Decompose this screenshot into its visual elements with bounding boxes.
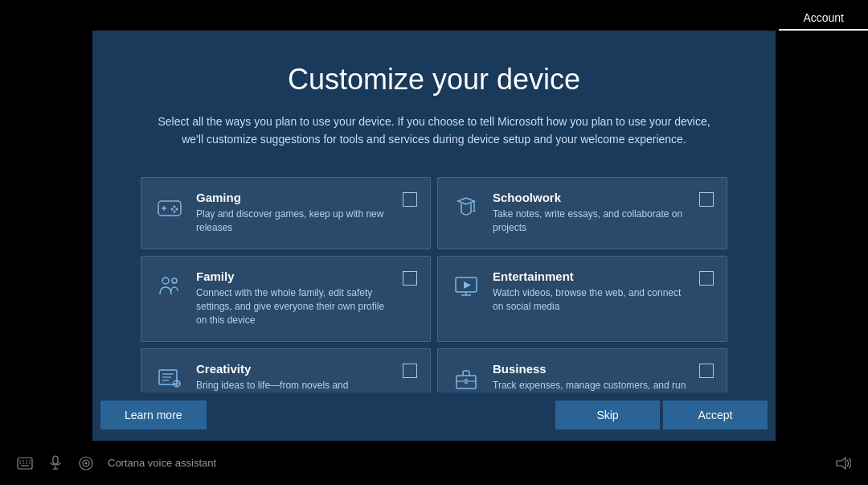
learn-more-button[interactable]: Learn more: [100, 401, 207, 430]
bottom-bar: Cortana voice assistant: [0, 441, 868, 485]
card-schoolwork-title: Schoolwork: [493, 191, 691, 204]
card-creativity-checkbox[interactable]: [403, 364, 417, 378]
card-gaming-desc: Play and discover games, keep up with ne…: [196, 208, 395, 236]
bottom-bar-right: [834, 454, 852, 472]
card-family[interactable]: Family Connect with the whole family, ed…: [141, 256, 431, 342]
schoolwork-icon: [451, 192, 481, 223]
card-creativity-title: Creativity: [196, 362, 395, 376]
svg-rect-23: [457, 376, 476, 388]
page-subtitle: Select all the ways you plan to use your…: [153, 113, 715, 149]
microphone-icon[interactable]: [47, 454, 64, 472]
card-schoolwork-desc: Take notes, write essays, and collaborat…: [493, 208, 691, 236]
svg-point-10: [172, 278, 177, 283]
card-entertainment-content: Entertainment Watch videos, browse the w…: [493, 269, 691, 314]
card-gaming-checkbox[interactable]: [403, 192, 417, 207]
creativity-icon: [154, 364, 185, 394]
card-family-content: Family Connect with the whole family, ed…: [196, 269, 395, 328]
svg-marker-15: [464, 282, 471, 289]
gaming-icon: [154, 192, 185, 223]
main-panel: Customize your device Select all the way…: [92, 31, 776, 441]
svg-point-5: [171, 208, 174, 210]
card-schoolwork-content: Schoolwork Take notes, write essays, and…: [493, 191, 691, 236]
top-bar: Account: [0, 0, 868, 31]
svg-marker-43: [837, 458, 845, 469]
card-schoolwork-checkbox[interactable]: [699, 192, 714, 207]
skip-button[interactable]: Skip: [555, 401, 660, 430]
card-business-checkbox[interactable]: [699, 364, 714, 378]
svg-point-8: [473, 209, 476, 212]
card-entertainment-title: Entertainment: [493, 269, 691, 283]
card-family-desc: Connect with the whole family, edit safe…: [196, 286, 395, 328]
card-gaming-content: Gaming Play and discover games, keep up …: [196, 191, 395, 236]
svg-point-9: [162, 277, 169, 284]
svg-point-4: [176, 208, 178, 210]
card-entertainment[interactable]: Entertainment Watch videos, browse the w…: [437, 256, 727, 342]
family-icon: [154, 271, 185, 302]
svg-rect-37: [53, 456, 58, 464]
card-schoolwork[interactable]: Schoolwork Take notes, write essays, and…: [437, 177, 727, 249]
volume-icon[interactable]: [834, 454, 852, 472]
card-family-checkbox[interactable]: [403, 271, 417, 286]
action-area: Learn more Skip Accept: [92, 393, 776, 437]
cortana-label: Cortana voice assistant: [108, 457, 216, 469]
svg-point-42: [85, 462, 88, 464]
card-gaming-title: Gaming: [196, 191, 395, 204]
svg-point-6: [174, 210, 176, 212]
account-tab[interactable]: Account: [779, 5, 868, 31]
card-entertainment-desc: Watch videos, browse the web, and connec…: [493, 286, 691, 314]
cortana-icon[interactable]: [77, 454, 95, 472]
page-title: Customize your device: [288, 63, 580, 97]
entertainment-icon: [451, 271, 481, 302]
btn-group: Skip Accept: [555, 401, 768, 430]
accept-button[interactable]: Accept: [663, 401, 768, 430]
card-business-title: Business: [493, 362, 691, 376]
business-icon: [451, 364, 481, 394]
bottom-bar-left: Cortana voice assistant: [16, 454, 834, 472]
card-family-title: Family: [196, 269, 395, 283]
cards-grid: Gaming Play and discover games, keep up …: [141, 177, 727, 421]
card-gaming[interactable]: Gaming Play and discover games, keep up …: [141, 177, 431, 249]
keyboard-icon[interactable]: [16, 454, 34, 472]
svg-point-3: [174, 205, 176, 208]
card-entertainment-checkbox[interactable]: [699, 271, 714, 286]
